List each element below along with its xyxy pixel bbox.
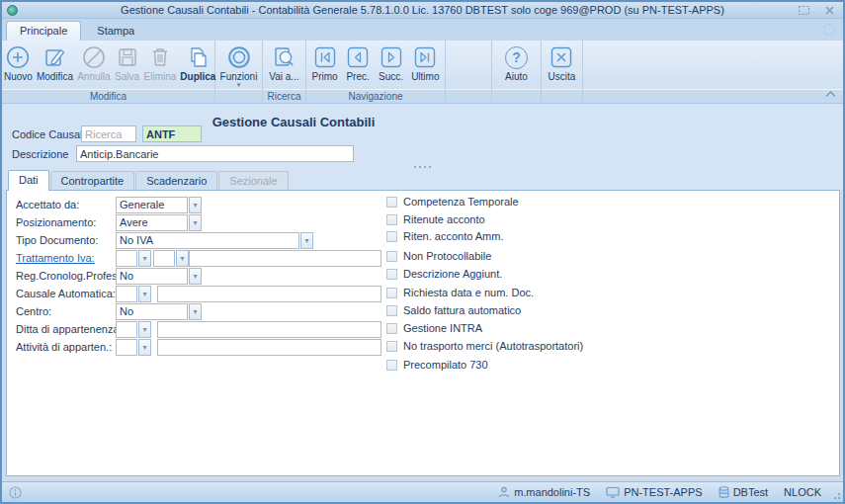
ribbon-group-spacer [446, 41, 492, 103]
checkbox-precompilato-730[interactable]: Precompilato 730 [386, 359, 488, 371]
centro-combo[interactable]: No [116, 303, 202, 320]
previous-record-icon [345, 44, 371, 70]
checkbox-richiesta-data-num-doc[interactable]: Richiesta data e num. Doc. [386, 287, 534, 298]
user-icon [498, 486, 510, 498]
resize-grip[interactable] [830, 489, 840, 499]
page-tab-strip: Dati Contropartite Scadenzario Sezionale [8, 170, 290, 190]
tipo-documento-label: Tipo Documento: [16, 232, 98, 249]
trash-icon [147, 44, 173, 70]
trattamento-iva-combo-2[interactable] [153, 250, 189, 267]
tab-contropartite[interactable]: Contropartite [50, 171, 135, 190]
database-icon [718, 486, 729, 499]
checkbox-no-trasporto-merci[interactable]: No trasporto merci (Autotrasportatori) [386, 340, 583, 352]
attivita-apparten-combo[interactable] [116, 339, 151, 356]
checkbox-ritenute-acconto[interactable]: Ritenute acconto [386, 213, 485, 225]
nuovo-button[interactable]: Nuovo [2, 43, 35, 83]
tab-dati[interactable]: Dati [8, 170, 49, 191]
checkbox-icon [386, 251, 397, 262]
ribbon-group-aiuto: ? Aiuto [492, 41, 542, 103]
combo-arrow-icon[interactable] [138, 250, 151, 267]
centro-label: Centro: [16, 303, 51, 320]
ribbon-group-modifica: Nuovo Modifica Annulla Salva [2, 41, 215, 103]
accettato-da-combo[interactable]: Generale [116, 197, 202, 213]
accettato-da-label: Accettato da: [16, 197, 79, 213]
checkbox-descrizione-aggiunt[interactable]: Descrizione Aggiunt. [386, 268, 502, 280]
checkbox-non-protocollabile[interactable]: Non Protocollabile [386, 250, 491, 262]
causale-automatica-input[interactable] [157, 286, 381, 302]
ditta-appartenenza-combo[interactable] [116, 321, 151, 338]
reg-cronolog-combo[interactable]: No [116, 268, 202, 285]
ditta-appartenenza-input[interactable] [157, 321, 381, 338]
primo-button[interactable]: Primo [310, 43, 340, 83]
checkbox-riten-acconto-amm[interactable]: Riten. acconto Amm. [386, 230, 504, 242]
double-circle-icon [226, 44, 252, 70]
status-database: DBTest [718, 486, 768, 499]
succ-button[interactable]: Succ. [377, 43, 406, 83]
plus-circle-icon [5, 44, 31, 70]
duplica-button[interactable]: Duplica [178, 43, 217, 83]
status-server: PN-TEST-APPS [606, 486, 702, 498]
descrizione-input[interactable] [76, 145, 354, 162]
trattamento-iva-combo-1[interactable] [116, 250, 151, 267]
pencil-icon [42, 44, 68, 70]
codice-causale-value-field[interactable] [142, 126, 202, 142]
ribbon-toolbar: Nuovo Modifica Annulla Salva [2, 41, 843, 104]
checkbox-icon [386, 269, 397, 280]
codice-ricerca-input[interactable] [81, 126, 136, 142]
funzioni-button[interactable]: Funzioni ▾ [218, 43, 260, 88]
ribbon-collapse-icon[interactable] [825, 90, 836, 98]
checkbox-icon [386, 231, 397, 242]
help-question-icon: ? [504, 44, 530, 70]
info-icon[interactable] [9, 486, 22, 499]
combo-arrow-icon[interactable] [138, 321, 151, 338]
ribbon-group-uscita: Uscita [542, 41, 583, 103]
codice-causale-label: Codice Causale [12, 126, 89, 142]
checkbox-competenza-temporale[interactable]: Competenza Temporale [386, 196, 519, 208]
elimina-button: Elimina [142, 43, 179, 83]
uscita-button[interactable]: Uscita [547, 43, 578, 83]
splitter-handle[interactable] [414, 166, 431, 168]
ribbon-group-ricerca: Vai a... Ricerca [263, 41, 306, 103]
group-label-modifica: Modifica [2, 89, 214, 103]
status-bar: m.mandolini-TS PN-TEST-APPS DBTest NLOCK [2, 481, 843, 502]
trattamento-iva-link[interactable]: Trattamento Iva: [16, 250, 95, 267]
status-user: m.mandolini-TS [498, 486, 590, 498]
combo-arrow-icon[interactable] [300, 232, 313, 249]
causale-automatica-combo[interactable] [116, 286, 151, 302]
combo-arrow-icon[interactable] [189, 268, 202, 285]
descrizione-label: Descrizione [12, 146, 68, 162]
vai-a-button[interactable]: Vai a... [267, 43, 300, 83]
combo-arrow-icon[interactable] [189, 303, 202, 320]
ribbon-options-icon[interactable] [823, 24, 835, 36]
monitor-icon [606, 486, 620, 498]
checkbox-saldo-fattura-automatico[interactable]: Saldo fattura automatico [386, 304, 521, 316]
combo-arrow-icon[interactable] [138, 339, 151, 356]
floppy-disk-icon [115, 44, 140, 70]
prec-button[interactable]: Prec. [343, 43, 373, 83]
checkbox-icon [386, 360, 397, 371]
combo-arrow-icon[interactable] [189, 197, 202, 213]
ribbon-group-navigazione: Primo Prec. Succ. Ultimo [306, 41, 446, 103]
combo-arrow-icon[interactable] [138, 286, 151, 302]
ribbon-tab-principale[interactable]: Principale [6, 21, 81, 41]
checkbox-icon [386, 341, 397, 352]
annulla-button: Annulla [75, 43, 112, 83]
posizionamento-combo[interactable]: Avere [116, 214, 202, 231]
close-window-icon[interactable] [821, 4, 837, 17]
combo-arrow-icon[interactable] [176, 250, 189, 267]
checkbox-gestione-intra[interactable]: Gestione INTRA [386, 322, 482, 334]
trattamento-iva-input[interactable] [189, 250, 381, 267]
modifica-button[interactable]: Modifica [35, 43, 75, 83]
combo-arrow-icon[interactable] [189, 214, 202, 231]
first-record-icon [312, 44, 338, 70]
checkbox-icon [386, 197, 397, 208]
ultimo-button[interactable]: Ultimo [409, 43, 441, 83]
tipo-documento-combo[interactable]: No IVA [116, 232, 313, 249]
chevron-down-icon: ▾ [237, 82, 241, 87]
ribbon-tab-stampa[interactable]: Stampa [83, 21, 148, 41]
attivita-apparten-input[interactable] [157, 339, 381, 356]
aiuto-button[interactable]: ? Aiuto [502, 43, 532, 83]
reg-cronolog-label: Reg.Cronolog.Profess.: [16, 268, 128, 285]
tab-scadenzario[interactable]: Scadenzario [135, 171, 217, 190]
restore-window-icon[interactable] [796, 4, 811, 17]
